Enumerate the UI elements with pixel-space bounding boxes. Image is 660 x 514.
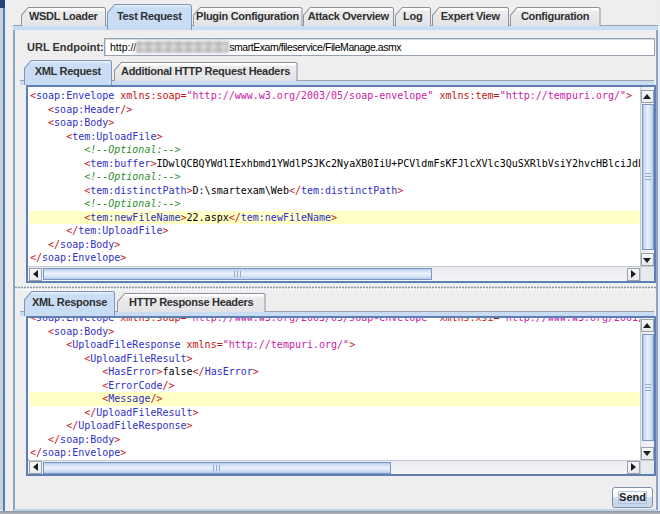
request-scroll-up-button[interactable] [641, 90, 654, 103]
request-vscroll-thumb-ridges [645, 173, 651, 181]
xml-tag-name: HasError [108, 366, 156, 377]
xml-tag-name: tem:distinctPath [90, 185, 186, 196]
xml-line: </soap:Envelope> [30, 446, 640, 459]
request-scroll-down-button[interactable] [641, 253, 654, 266]
xml-text: false [162, 366, 192, 377]
xml-delimiter: > [162, 225, 168, 236]
window-left-border [3, 8, 5, 512]
url-endpoint-label: URL Endpoint: [27, 41, 104, 53]
xml-line: <soap:Body> [30, 325, 640, 339]
xml-tag-name: HasError [205, 366, 253, 377]
tab-label: Plugin Configuration [193, 10, 303, 22]
tab-label: Expert View [432, 10, 510, 22]
response-vscroll-thumb[interactable] [642, 334, 654, 441]
response-tab-xml-response[interactable]: XML Response [24, 291, 115, 317]
xml-delimiter: /> [120, 104, 132, 115]
response-tab-http-response-headers[interactable]: HTTP Response Headers [117, 293, 266, 313]
xml-tag-name: tem:newFileName [241, 212, 331, 223]
xml-line: <!--Optional:--> [30, 143, 640, 157]
xml-line: <soap:Envelope xmlns:soap="http://www.w3… [30, 89, 640, 103]
xml-text [30, 393, 102, 404]
request-xml-code: <soap:Envelope xmlns:soap="http://www.w3… [28, 87, 640, 265]
response-scroll-up-button[interactable] [641, 319, 654, 332]
xml-tag-name: soap:Header [54, 104, 120, 115]
tab-label: XML Response [24, 296, 115, 308]
main-tab-attack-overview[interactable]: Attack Overview [303, 7, 395, 27]
xml-line: </UploadFileResponse> [30, 419, 640, 433]
xml-text [30, 225, 66, 236]
request-hscroll-thumb-ridges [234, 271, 243, 277]
xml-line: <HasError>false</HasError> [30, 365, 640, 379]
response-editor: <soap:Envelope xmlns:soap="http://www.w3… [26, 316, 656, 476]
xml-text [30, 198, 84, 209]
xml-tag-name: ErrorCode [108, 380, 162, 391]
request-scroll-right-button[interactable] [627, 268, 640, 281]
xml-delimiter: </ [193, 366, 205, 377]
xml-delimiter: > [187, 353, 193, 364]
xml-text [30, 185, 84, 196]
xml-text [30, 104, 48, 115]
request-scroll-left-button[interactable] [29, 268, 42, 281]
tab-label: Test Request [107, 10, 193, 22]
xml-tag-name: tem:buffer [90, 158, 150, 169]
response-scroll-right-button[interactable] [627, 461, 640, 474]
xml-tag-name: tem:UploadFile [78, 225, 162, 236]
main-tab-plugin-configuration[interactable]: Plugin Configuration [193, 7, 303, 27]
request-right-arrow-icon [631, 270, 636, 278]
main-tab-configuration[interactable]: Configuration [510, 7, 601, 27]
xml-tag-name: soap:Envelope [42, 252, 120, 263]
xml-line: <UploadFileResponse xmlns="http://tempur… [30, 338, 640, 352]
main-tab-expert-view[interactable]: Expert View [432, 7, 510, 27]
xml-text [30, 144, 84, 155]
response-right-arrow-icon [631, 463, 636, 471]
xml-comment: <!--Optional:--> [84, 171, 180, 182]
request-tab-additional-http-request-headers[interactable]: Additional HTTP Request Headers [114, 62, 298, 82]
xml-line: <ErrorCode/> [30, 379, 640, 393]
response-hscroll-thumb[interactable] [43, 462, 391, 474]
xml-tag-name: soap:Envelope [42, 447, 120, 458]
xml-line-highlighted: <Message/> [30, 392, 640, 406]
xml-tag-name: soap:Body [54, 326, 108, 337]
request-tab-xml-request[interactable]: XML Request [24, 60, 113, 86]
xml-line: <tem:UploadFile> [30, 130, 640, 144]
request-scroll-corner [640, 266, 654, 281]
xml-attribute-value: "http://www.w3.org/2001/XMLSchema-instan… [500, 318, 640, 323]
response-scroll-down-button[interactable] [641, 447, 654, 460]
xml-delimiter: > [187, 420, 193, 431]
xml-tag-name: tem:distinctPath [301, 185, 397, 196]
xml-text [30, 212, 84, 223]
xml-tag-name: UploadFileResponse [78, 420, 186, 431]
xml-delimiter: > [114, 239, 120, 250]
request-up-arrow-icon [643, 94, 651, 99]
xml-text [30, 158, 84, 169]
xml-attribute-name: xmlns:tem= [433, 90, 499, 101]
response-scroll-corner [640, 460, 654, 475]
xml-text [30, 171, 84, 182]
response-left-arrow-icon [33, 463, 38, 471]
xml-tag-name: tem:UploadFile [72, 131, 156, 142]
xml-attribute-value: "http://www.w3.org/2003/05/soap-envelope… [187, 90, 434, 101]
response-xml-viewport[interactable]: <soap:Envelope xmlns:soap="http://www.w3… [28, 318, 640, 459]
xml-text [30, 407, 84, 418]
url-endpoint-input[interactable]: http://smartExam/fileservice/FileManage.… [104, 38, 655, 56]
xml-attribute-value: "http://tempuri.org/" [223, 339, 349, 350]
send-button[interactable]: Send [612, 487, 653, 508]
main-tab-test-request[interactable]: Test Request [107, 4, 193, 30]
xml-delimiter: /> [162, 380, 174, 391]
main-tab-wsdl-loader[interactable]: WSDL Loader [21, 7, 107, 27]
xml-text [30, 353, 84, 364]
xml-attribute-value: "http://www.w3.org/2003/05/soap-envelope… [187, 318, 434, 323]
request-vscroll-thumb[interactable] [642, 104, 654, 250]
xml-attribute-name: xmlns:soap= [114, 90, 186, 101]
request-xml-viewport[interactable]: <soap:Envelope xmlns:soap="http://www.w3… [28, 87, 640, 266]
main-tab-log[interactable]: Log [395, 7, 432, 27]
request-hscroll-thumb[interactable] [43, 268, 432, 280]
xml-comment: <!--Optional:--> [84, 198, 180, 209]
response-up-arrow-icon [643, 323, 651, 328]
xml-delimiter: </ [30, 252, 42, 263]
xml-delimiter: </ [48, 434, 60, 445]
xml-delimiter: </ [48, 239, 60, 250]
xml-text [30, 366, 102, 377]
xml-delimiter: > [120, 447, 126, 458]
response-scroll-left-button[interactable] [29, 461, 42, 474]
